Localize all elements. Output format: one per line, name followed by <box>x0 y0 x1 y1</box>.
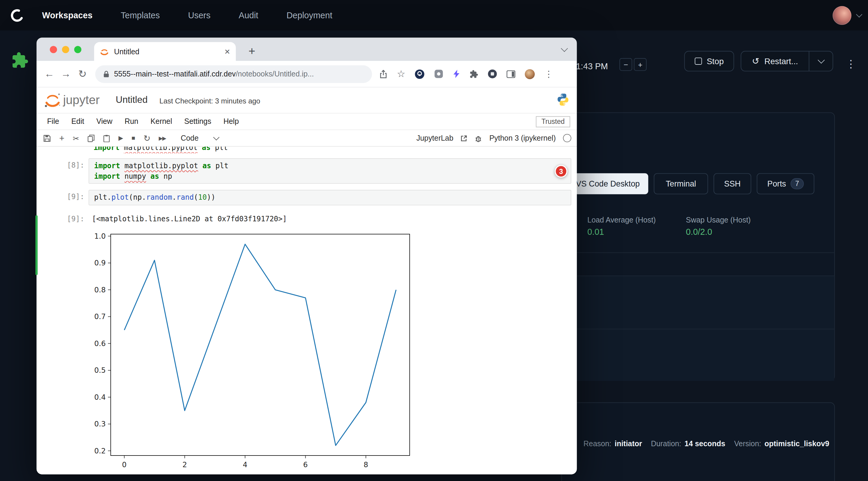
code-line: import matplotlib.pyplot as plt <box>94 160 566 171</box>
extension-puzzle-icon[interactable] <box>11 52 29 69</box>
debugger-bug-icon[interactable] <box>474 134 482 142</box>
restart-dropdown-button[interactable] <box>809 51 833 71</box>
menu-run[interactable]: Run <box>119 117 144 126</box>
interrupt-kernel-icon[interactable]: ■ <box>131 135 135 141</box>
tab-close-button[interactable]: ✕ <box>224 47 230 56</box>
bookmark-star-icon[interactable]: ☆ <box>397 68 405 80</box>
nav-item-users[interactable]: Users <box>188 10 211 20</box>
workspace-more-options-button[interactable]: ⋮ <box>841 54 861 73</box>
window-minimize-button[interactable] <box>62 45 69 53</box>
browser-toolbar-icons: ☆ <box>379 68 553 80</box>
ports-button[interactable]: Ports 7 <box>757 173 814 194</box>
onepassword-extension-icon[interactable] <box>415 69 425 79</box>
restart-run-all-icon[interactable]: ▶▶ <box>159 135 165 141</box>
code-line: plt.plot(np.random.rand(10)) <box>94 192 566 202</box>
reload-button[interactable]: ↻ <box>74 68 91 80</box>
terminal-button[interactable]: Terminal <box>654 173 708 194</box>
nav-item-audit[interactable]: Audit <box>239 10 258 20</box>
stop-button[interactable]: Stop <box>684 51 734 71</box>
kernel-name[interactable]: Python 3 (ipykernel) <box>489 134 556 142</box>
browser-window: Untitled ✕ + ← → ↻ 5555--main--test--mat… <box>37 38 577 474</box>
schedule-minus-button[interactable]: − <box>619 58 632 71</box>
copy-cell-icon[interactable] <box>88 134 95 142</box>
menu-file[interactable]: File <box>41 117 65 126</box>
cut-cell-icon[interactable]: ✂ <box>72 134 79 142</box>
menu-settings[interactable]: Settings <box>178 117 217 126</box>
nav-item-workspaces[interactable]: Workspaces <box>42 10 92 20</box>
menu-view[interactable]: View <box>90 117 119 126</box>
coder-logo[interactable] <box>0 7 34 23</box>
nav-item-deployment[interactable]: Deployment <box>286 10 332 20</box>
checkpoint-status: Last Checkpoint: 3 minutes ago <box>160 97 260 105</box>
swap-usage-stat: Swap Usage (Host) 0.0/2.0 <box>686 216 751 237</box>
output-prompt-9: [9]: <box>67 215 84 223</box>
window-fullscreen-button[interactable] <box>74 45 81 53</box>
svg-text:4: 4 <box>243 460 247 469</box>
menu-kernel[interactable]: Kernel <box>144 117 178 126</box>
vscode-desktop-button[interactable]: VS Code Desktop <box>567 173 648 194</box>
input-prompt-8: [8]: <box>67 161 84 169</box>
browser-tabstrip: Untitled ✕ + <box>37 38 577 61</box>
browser-tab[interactable]: Untitled ✕ <box>94 42 236 61</box>
tab-search-chevron-icon[interactable] <box>561 45 568 52</box>
jupyter-toolbar-right: JupyterLab Python 3 (ipykernel) <box>416 134 571 142</box>
user-menu-chevron-icon[interactable] <box>856 11 862 18</box>
trusted-button[interactable]: Trusted <box>536 116 570 127</box>
open-jupyterlab-link[interactable]: JupyterLab <box>416 134 453 142</box>
user-avatar[interactable] <box>833 6 851 25</box>
duration-value: 14 seconds <box>684 439 725 448</box>
chevron-down-icon <box>213 134 219 140</box>
menu-edit[interactable]: Edit <box>65 117 90 126</box>
run-cell-icon[interactable]: ▶ <box>119 135 123 141</box>
build-row[interactable]: Reason: initiator Duration: 14 seconds V… <box>583 439 835 448</box>
code-cell-9[interactable]: plt.plot(np.random.rand(10)) <box>89 190 571 205</box>
panel-divider <box>562 329 834 329</box>
resource-row <box>562 276 834 329</box>
extension-icon-2[interactable] <box>488 69 497 78</box>
side-panel-icon[interactable] <box>506 70 516 78</box>
stat-value: 0.01 <box>587 227 656 237</box>
extension-icon[interactable] <box>434 69 443 78</box>
lock-icon <box>103 70 110 78</box>
menu-help[interactable]: Help <box>217 117 245 126</box>
browser-menu-button[interactable]: ⋮ <box>545 69 553 79</box>
resource-row <box>562 329 834 381</box>
panel-divider <box>562 276 834 276</box>
chevron-down-icon <box>817 57 824 64</box>
share-icon[interactable] <box>379 70 388 78</box>
svg-text:0.2: 0.2 <box>94 447 105 455</box>
clipped-cell-line: import matplotlib.pyplot as plt <box>94 147 381 153</box>
svg-text:1.0: 1.0 <box>94 232 105 241</box>
schedule-plus-button[interactable]: + <box>634 58 646 71</box>
restart-kernel-icon[interactable]: ↻ <box>143 134 150 142</box>
cell-type-select[interactable]: Code <box>181 134 218 142</box>
workspace-resources-panel: VS Code Desktop Terminal SSH Ports 7 Loa… <box>561 113 835 381</box>
svg-text:0.7: 0.7 <box>94 313 105 321</box>
bolt-extension-icon[interactable] <box>453 70 460 78</box>
back-button[interactable]: ← <box>41 68 58 80</box>
stat-label: Load Average (Host) <box>587 216 656 224</box>
paste-cell-icon[interactable] <box>103 134 110 142</box>
external-link-icon[interactable] <box>461 135 467 141</box>
forward-button[interactable]: → <box>58 68 74 80</box>
address-bar[interactable]: 5555--main--test--matifali.atif.cdr.dev/… <box>95 65 372 83</box>
add-cell-icon[interactable]: + <box>59 134 64 143</box>
notebook-title[interactable]: Untitled <box>116 95 148 106</box>
reason-value: initiator <box>615 439 642 448</box>
kernel-status-icon <box>563 134 571 142</box>
ssh-button[interactable]: SSH <box>714 173 751 194</box>
restart-button[interactable]: ↺ Restart... <box>741 51 809 71</box>
browser-profile-avatar[interactable] <box>525 69 535 79</box>
build-history-panel: Reason: initiator Duration: 14 seconds V… <box>561 403 835 481</box>
new-tab-button[interactable]: + <box>244 42 260 59</box>
svg-text:0: 0 <box>122 460 127 469</box>
extensions-puzzle-icon[interactable] <box>470 70 479 78</box>
notebook-body: import matplotlib.pyplot as plt [8]: imp… <box>37 147 577 474</box>
save-icon[interactable] <box>43 134 51 142</box>
window-close-button[interactable] <box>50 45 57 53</box>
code-cell-8[interactable]: import matplotlib.pyplot as pltimport nu… <box>89 158 571 184</box>
collaborator-count-badge[interactable]: 3 <box>555 165 567 178</box>
jupyter-menubar: File Edit View Run Kernel Settings Help … <box>37 114 577 130</box>
nav-item-templates[interactable]: Templates <box>121 10 160 20</box>
url-text: 5555--main--test--matifali.atif.cdr.dev/… <box>114 70 314 78</box>
